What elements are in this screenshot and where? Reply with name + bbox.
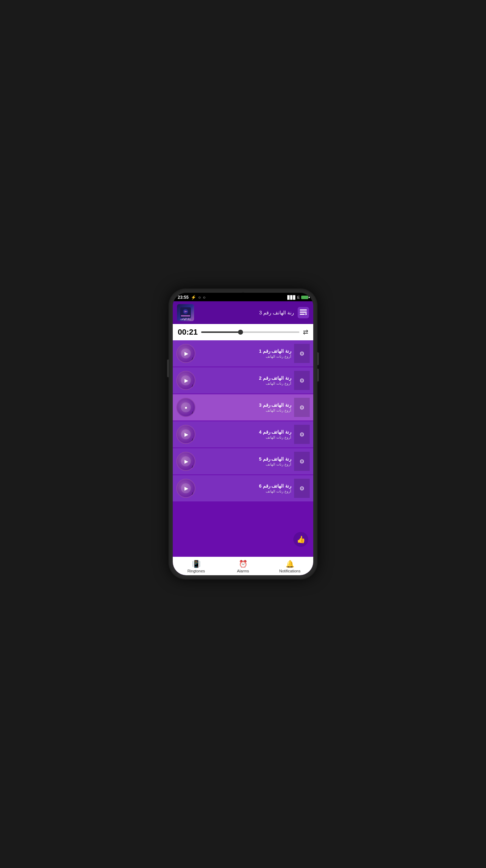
gear-icon: ⚙ <box>299 458 304 465</box>
play-icon: ▶ <box>184 351 188 356</box>
track-subtitle-2: أروع رنات الهاتف <box>198 381 291 385</box>
track-circle-6[interactable]: ▶ <box>176 479 195 498</box>
track-list: ▶رنة الهاتف رقم 1أروع رنات الهاتف⚙▶رنة ا… <box>173 340 313 557</box>
now-playing-thumbnail: رنك الهاتف <box>177 304 194 321</box>
track-info-1: رنة الهاتف رقم 1أروع رنات الهاتف <box>198 348 291 358</box>
track-circle-1[interactable]: ▶ <box>176 344 195 363</box>
svg-rect-6 <box>300 314 305 315</box>
bottom-navigation: 📳 Ringtones ⏰ Alarms 🔔 Notifications <box>173 557 313 575</box>
queue-button[interactable] <box>298 307 309 318</box>
progress-bar[interactable] <box>201 331 299 333</box>
status-circle2: ○ <box>203 295 205 300</box>
gear-icon: ⚙ <box>299 404 304 411</box>
progress-fill <box>201 331 241 333</box>
notifications-label: Notifications <box>279 569 300 573</box>
playback-time: 00:21 <box>178 328 198 337</box>
screen-content: رنك الهاتف رنة الهاتف رقم 3 00:21 <box>173 301 313 575</box>
track-info-2: رنة الهاتف رقم 2أروع رنات الهاتف <box>198 375 291 385</box>
track-subtitle-6: أروع رنات الهاتف <box>198 489 291 493</box>
screen: 23:55 ⚡ ○ ○ ▊▊▊ E <box>173 293 313 575</box>
like-icon: 👍 <box>297 535 305 544</box>
battery-icon <box>301 296 308 299</box>
play-button-5[interactable]: ▶ <box>181 456 191 466</box>
ringtones-label: Ringtones <box>187 569 205 573</box>
play-icon: ▶ <box>184 458 188 464</box>
play-button-4[interactable]: ▶ <box>181 429 191 439</box>
gear-icon: ⚙ <box>299 350 304 357</box>
track-settings-1[interactable]: ⚙ <box>294 344 310 363</box>
status-right: ▊▊▊ E <box>287 295 308 300</box>
track-settings-4[interactable]: ⚙ <box>294 425 310 444</box>
track-title-5: رنة الهاتف رقم 5 <box>198 456 291 462</box>
now-playing-title: رنة الهاتف رقم 3 <box>198 310 294 315</box>
track-info-3: رنة الهاتف رقم 3أروع رنات الهاتف <box>198 402 291 412</box>
alarms-label: Alarms <box>237 569 249 573</box>
repeat-button[interactable]: ⇄ <box>303 328 308 336</box>
status-circle1: ○ <box>198 295 201 300</box>
play-icon: ▶ <box>184 485 188 491</box>
phone-frame: 23:55 ⚡ ○ ○ ▊▊▊ E <box>169 289 317 579</box>
network-type: E <box>297 295 300 300</box>
stop-icon: ■ <box>185 406 187 410</box>
alarms-icon: ⏰ <box>239 560 248 568</box>
status-time: 23:55 <box>178 295 189 300</box>
track-info-5: رنة الهاتف رقم 5أروع رنات الهاتف <box>198 456 291 466</box>
svg-rect-3 <box>181 315 190 317</box>
track-subtitle-5: أروع رنات الهاتف <box>198 462 291 466</box>
track-info-6: رنة الهاتف رقم 6أروع رنات الهاتف <box>198 483 291 493</box>
nav-item-ringtones[interactable]: 📳 Ringtones <box>173 560 220 573</box>
volume-up-button[interactable] <box>317 352 319 365</box>
play-icon: ▶ <box>184 378 188 383</box>
progress-area: 00:21 ⇄ <box>173 324 313 340</box>
track-item-2: ▶رنة الهاتف رقم 2أروع رنات الهاتف⚙ <box>173 367 313 394</box>
play-icon: ▶ <box>184 432 188 437</box>
track-item-6: ▶رنة الهاتف رقم 6أروع رنات الهاتف⚙ <box>173 475 313 501</box>
nav-item-alarms[interactable]: ⏰ Alarms <box>220 560 266 573</box>
track-settings-3[interactable]: ⚙ <box>294 398 310 417</box>
track-item-1: ▶رنة الهاتف رقم 1أروع رنات الهاتف⚙ <box>173 340 313 367</box>
signal-icon: ▊▊▊ <box>287 295 296 300</box>
track-subtitle-4: أروع رنات الهاتف <box>198 435 291 439</box>
play-button-6[interactable]: ▶ <box>181 483 191 493</box>
svg-rect-4 <box>300 309 307 311</box>
play-button-2[interactable]: ▶ <box>181 375 191 385</box>
play-button-1[interactable]: ▶ <box>181 348 191 358</box>
gear-icon: ⚙ <box>299 377 304 384</box>
track-settings-5[interactable]: ⚙ <box>294 452 310 471</box>
track-info-4: رنة الهاتف رقم 4أروع رنات الهاتف <box>198 429 291 439</box>
track-title-2: رنة الهاتف رقم 2 <box>198 375 291 381</box>
track-circle-2[interactable]: ▶ <box>176 371 195 390</box>
thumb-label: رنك الهاتف <box>177 318 194 320</box>
svg-marker-7 <box>305 313 307 315</box>
track-item-4: ▶رنة الهاتف رقم 4أروع رنات الهاتف⚙ <box>173 421 313 447</box>
track-item-3: ■رنة الهاتف رقم 3أروع رنات الهاتف⚙ <box>173 394 313 421</box>
status-bar: 23:55 ⚡ ○ ○ ▊▊▊ E <box>173 293 313 301</box>
stop-button-3[interactable]: ■ <box>181 402 191 412</box>
track-title-6: رنة الهاتف رقم 6 <box>198 483 291 489</box>
track-settings-6[interactable]: ⚙ <box>294 479 310 498</box>
track-circle-3[interactable]: ■ <box>176 398 195 417</box>
status-bolt: ⚡ <box>191 295 196 300</box>
track-circle-4[interactable]: ▶ <box>176 425 195 444</box>
notifications-icon: 🔔 <box>286 560 294 568</box>
track-title-4: رنة الهاتف رقم 4 <box>198 429 291 435</box>
volume-down-button[interactable] <box>317 369 319 381</box>
now-playing-bar: رنك الهاتف رنة الهاتف رقم 3 <box>173 301 313 324</box>
status-left: 23:55 ⚡ ○ ○ <box>178 295 205 300</box>
track-circle-5[interactable]: ▶ <box>176 452 195 471</box>
progress-knob[interactable] <box>238 330 243 335</box>
power-button[interactable] <box>167 359 169 377</box>
track-title-1: رنة الهاتف رقم 1 <box>198 348 291 354</box>
nav-item-notifications[interactable]: 🔔 Notifications <box>266 560 313 573</box>
track-subtitle-1: أروع رنات الهاتف <box>198 355 291 358</box>
like-fab-button[interactable]: 👍 <box>293 532 308 547</box>
track-item-5: ▶رنة الهاتف رقم 5أروع رنات الهاتف⚙ <box>173 448 313 474</box>
ringtones-icon: 📳 <box>192 560 201 568</box>
svg-rect-5 <box>300 312 307 313</box>
gear-icon: ⚙ <box>299 485 304 492</box>
track-subtitle-3: أروع رنات الهاتف <box>198 408 291 412</box>
gear-icon: ⚙ <box>299 431 304 438</box>
track-settings-2[interactable]: ⚙ <box>294 371 310 390</box>
track-title-3: رنة الهاتف رقم 3 <box>198 402 291 408</box>
